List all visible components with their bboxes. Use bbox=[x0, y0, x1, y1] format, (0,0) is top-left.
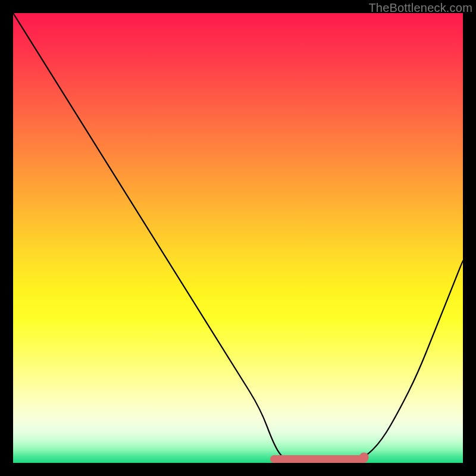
plot-area bbox=[13, 13, 463, 463]
chart-frame: TheBottleneck.com bbox=[0, 0, 476, 476]
curve-svg bbox=[13, 13, 463, 463]
watermark-text: TheBottleneck.com bbox=[368, 1, 472, 15]
bottom-marker-dot bbox=[359, 453, 369, 462]
bottleneck-curve bbox=[13, 13, 463, 463]
